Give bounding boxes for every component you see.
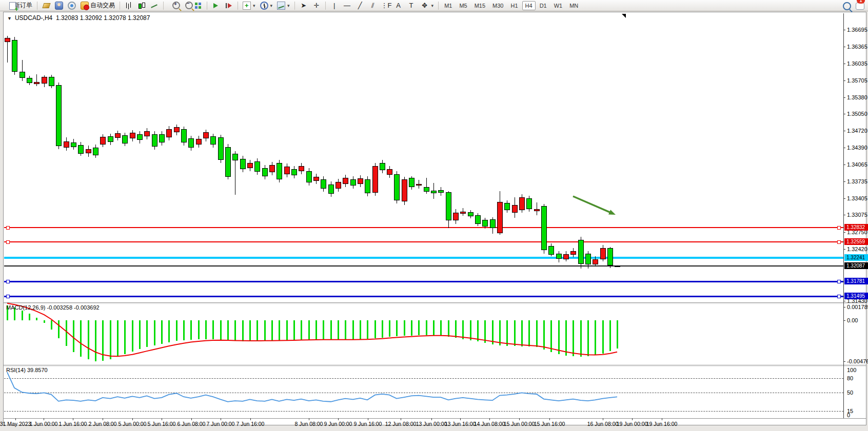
chevron-down-icon: ▾ (270, 3, 273, 8)
signals-button[interactable] (66, 1, 78, 11)
macd-histogram-bar (102, 320, 104, 361)
macd-histogram-bar (234, 320, 236, 341)
macd-histogram-bar (477, 320, 479, 341)
price-axis-tick (843, 30, 845, 30)
timeframe-M5[interactable]: M5 (456, 1, 470, 10)
line-anchor[interactable] (6, 280, 10, 283)
candle-body (159, 134, 165, 142)
candle-body (144, 131, 150, 136)
candle-body (409, 178, 415, 187)
rsi-level-line (4, 411, 843, 412)
candle-body (460, 212, 466, 214)
cursor-tool-button[interactable]: ➤ (298, 1, 310, 11)
macd-histogram-bar (573, 320, 574, 356)
line-chart-button[interactable] (148, 1, 161, 11)
support-line-blue-2[interactable] (4, 296, 843, 297)
macd-histogram-bar (29, 314, 30, 320)
chat-button[interactable]: 1 (850, 1, 862, 11)
candle-body (306, 171, 312, 182)
candle-body (600, 248, 606, 259)
line-anchor[interactable] (837, 240, 841, 244)
tile-windows-button[interactable] (192, 1, 204, 11)
chart-shift-marker-icon[interactable] (622, 14, 626, 18)
horizontal-line-tool-button[interactable]: — (341, 1, 353, 11)
chart-shift-button[interactable] (223, 1, 235, 11)
timeframe-D1[interactable]: D1 (537, 1, 550, 10)
candle-body (350, 179, 356, 186)
periods-button[interactable]: ▾ (258, 1, 275, 11)
line-anchor[interactable] (837, 226, 841, 230)
rsi-axis-label: 80 (847, 375, 853, 381)
profile-button[interactable] (53, 1, 65, 11)
text-tool-button[interactable]: A (392, 1, 405, 11)
chevron-down-icon: ▾ (431, 3, 434, 8)
time-axis-tick (221, 418, 221, 420)
bid-price-line[interactable] (4, 265, 843, 266)
line-anchor[interactable] (6, 240, 10, 244)
candle-body (291, 169, 297, 175)
macd-histogram-bar (242, 320, 244, 341)
vertical-line-tool-button[interactable]: | (328, 1, 341, 11)
zoom-out-button[interactable] (179, 1, 191, 11)
collapse-triangle-icon[interactable]: ▼ (7, 16, 12, 21)
price-axis-tick (843, 80, 845, 81)
arrows-tool-button[interactable]: ✥▾ (418, 1, 436, 11)
line-anchor[interactable] (837, 280, 841, 283)
bar-chart-button[interactable] (123, 1, 135, 11)
time-axis-tick (519, 418, 520, 420)
price-axis-label: 1.35705 (847, 77, 867, 84)
new-order-button[interactable]: 新订单 (2, 1, 34, 11)
timeframe-M30[interactable]: M30 (489, 1, 506, 10)
market-watch-button[interactable] (40, 1, 52, 11)
chart-canvas[interactable]: 1.366951.363651.360351.357051.353801.350… (0, 0, 868, 431)
candle-body (86, 149, 91, 153)
price-axis-tick (843, 47, 845, 47)
line-anchor[interactable] (6, 295, 10, 298)
candle-body (534, 209, 540, 211)
time-axis-tick (489, 418, 490, 420)
rsi-line (7, 372, 617, 401)
price-badge: 1.32087 (844, 262, 868, 269)
line-anchor[interactable] (6, 226, 10, 230)
timeframe-W1[interactable]: W1 (551, 1, 566, 10)
text-label-tool-button[interactable]: T (405, 1, 418, 11)
fibonacci-tool-button[interactable]: ⋮F (380, 1, 392, 11)
search-button[interactable] (837, 1, 849, 11)
trend-arrow-line (573, 196, 613, 214)
bar-chart-icon (125, 2, 133, 10)
timeframe-M15[interactable]: M15 (471, 1, 488, 10)
channel-tool-button[interactable]: ⫽ (367, 1, 379, 11)
auto-scroll-button[interactable] (210, 1, 222, 11)
macd-histogram-bar (389, 320, 390, 337)
timeframe-MN[interactable]: MN (566, 1, 581, 10)
candle-body (578, 240, 584, 264)
time-axis-tick (662, 418, 662, 420)
support-line-blue-1[interactable] (4, 281, 843, 282)
support-line-cyan[interactable] (4, 257, 843, 259)
price-axis-label: 1.36035 (847, 60, 867, 67)
auto-trading-button[interactable]: 自动交易 (78, 1, 117, 11)
crosshair-tool-button[interactable]: ✛ (310, 1, 323, 11)
macd-histogram-bar (396, 320, 398, 336)
resistance-line-lower[interactable] (4, 241, 843, 242)
indicators-button[interactable]: ▾ (241, 1, 258, 11)
templates-button[interactable]: ▾ (275, 1, 292, 11)
candle-body (519, 197, 525, 210)
zoom-in-button[interactable] (166, 1, 179, 11)
candle-body (372, 166, 378, 193)
candle-body (593, 259, 598, 264)
candlestick-chart-button[interactable] (135, 1, 148, 11)
timeframe-M1[interactable]: M1 (441, 1, 455, 10)
resistance-line-upper[interactable] (4, 227, 843, 228)
chevron-down-icon: ▾ (253, 3, 255, 8)
price-axis-label: 1.34720 (847, 128, 867, 134)
timeframe-H4[interactable]: H4 (522, 1, 536, 10)
macd-axis-label: 0.00 (847, 317, 858, 323)
price-axis-line (843, 13, 844, 418)
line-anchor[interactable] (837, 295, 841, 298)
time-axis-tick (431, 418, 432, 420)
trendline-tool-button[interactable]: ╱ (354, 1, 366, 11)
timeframe-H1[interactable]: H1 (508, 1, 521, 10)
signals-icon (68, 2, 76, 10)
time-axis-tick (73, 418, 73, 420)
